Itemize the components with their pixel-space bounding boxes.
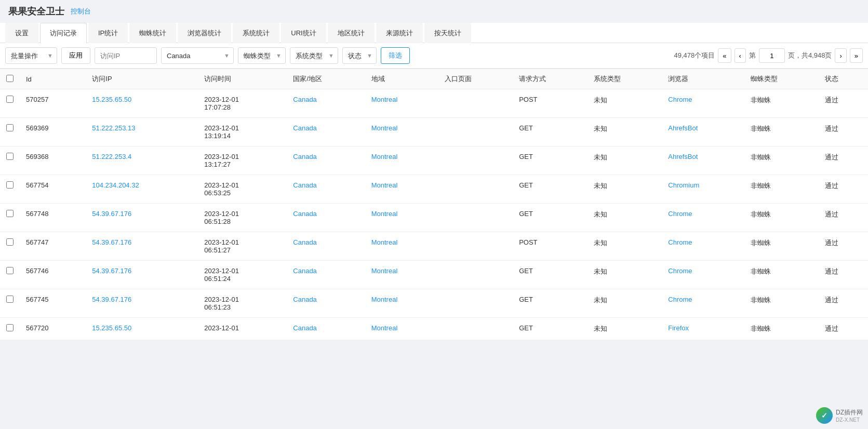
row-request-method: POST bbox=[513, 232, 587, 261]
row-country[interactable]: Canada bbox=[287, 261, 365, 289]
row-checkbox[interactable] bbox=[6, 96, 14, 103]
row-checkbox-cell[interactable] bbox=[0, 289, 20, 318]
row-browser[interactable]: Firefox bbox=[662, 318, 744, 340]
row-checkbox-cell[interactable] bbox=[0, 261, 20, 289]
page-number-input[interactable] bbox=[759, 48, 785, 63]
country-select[interactable]: Canada 全部 China USA bbox=[161, 47, 234, 64]
table-row: 567720 15.235.65.50 2023-12-01 Canada Mo… bbox=[0, 318, 868, 340]
tab-uri-stats[interactable]: URI统计 bbox=[281, 23, 326, 43]
row-visit-time: 2023-12-01 06:51:24 bbox=[198, 261, 287, 289]
row-region[interactable]: Montreal bbox=[365, 261, 438, 289]
row-checkbox[interactable] bbox=[6, 267, 14, 274]
first-page-button[interactable]: « bbox=[718, 48, 731, 63]
row-country[interactable]: Canada bbox=[287, 118, 365, 146]
row-spider-type: 非蜘蛛 bbox=[744, 232, 819, 261]
row-checkbox[interactable] bbox=[6, 296, 14, 303]
row-checkbox-cell[interactable] bbox=[0, 318, 20, 340]
last-page-button[interactable]: » bbox=[850, 48, 863, 63]
row-id: 567746 bbox=[20, 261, 86, 289]
row-checkbox[interactable] bbox=[6, 210, 14, 217]
row-country[interactable]: Canada bbox=[287, 289, 365, 318]
console-link[interactable]: 控制台 bbox=[71, 7, 91, 16]
row-id: 567720 bbox=[20, 318, 86, 340]
row-spider-type: 非蜘蛛 bbox=[744, 89, 819, 118]
table-row: 570257 15.235.65.50 2023-12-01 17:07:28 … bbox=[0, 89, 868, 118]
tab-spider-stats[interactable]: 蜘蛛统计 bbox=[129, 23, 176, 43]
system-type-select[interactable]: 系统类型 Windows Linux Mac 未知 bbox=[290, 47, 338, 64]
tab-settings[interactable]: 设置 bbox=[5, 23, 38, 43]
row-id: 567745 bbox=[20, 289, 86, 318]
batch-operation-wrapper: 批量操作 批量删除 批量通过 批量拦截 ▼ bbox=[5, 47, 57, 64]
tab-system-stats[interactable]: 系统统计 bbox=[233, 23, 279, 43]
row-region[interactable]: Montreal bbox=[365, 89, 438, 118]
row-id: 569368 bbox=[20, 146, 86, 175]
row-checkbox[interactable] bbox=[6, 153, 14, 160]
row-visit-ip[interactable]: 15.235.65.50 bbox=[86, 89, 198, 118]
row-checkbox-cell[interactable] bbox=[0, 175, 20, 204]
row-browser[interactable]: Chrome bbox=[662, 89, 744, 118]
row-browser[interactable]: Chrome bbox=[662, 204, 744, 232]
country-select-wrapper: Canada 全部 China USA ▼ bbox=[161, 47, 234, 64]
row-visit-ip[interactable]: 15.235.65.50 bbox=[86, 318, 198, 340]
row-country[interactable]: Canada bbox=[287, 146, 365, 175]
row-country[interactable]: Canada bbox=[287, 175, 365, 204]
row-checkbox[interactable] bbox=[6, 238, 14, 246]
row-visit-ip[interactable]: 104.234.204.32 bbox=[86, 175, 198, 204]
row-visit-ip[interactable]: 51.222.253.13 bbox=[86, 118, 198, 146]
row-checkbox-cell[interactable] bbox=[0, 232, 20, 261]
col-browser: 浏览器 bbox=[662, 69, 744, 89]
row-browser[interactable]: Chromium bbox=[662, 175, 744, 204]
ip-search-input[interactable] bbox=[95, 47, 157, 64]
row-entry-page bbox=[438, 118, 513, 146]
row-region[interactable]: Montreal bbox=[365, 146, 438, 175]
tab-daily-stats[interactable]: 按天统计 bbox=[424, 23, 471, 43]
row-checkbox-cell[interactable] bbox=[0, 146, 20, 175]
row-region[interactable]: Montreal bbox=[365, 204, 438, 232]
row-checkbox[interactable] bbox=[6, 124, 14, 131]
app-title: 果果安全卫士 bbox=[8, 5, 64, 18]
row-visit-ip[interactable]: 54.39.67.176 bbox=[86, 232, 198, 261]
row-visit-ip[interactable]: 51.222.253.4 bbox=[86, 146, 198, 175]
row-region[interactable]: Montreal bbox=[365, 118, 438, 146]
spider-type-select[interactable]: 蜘蛛类型 百度 谷歌 必应 非蜘蛛 bbox=[238, 47, 286, 64]
row-checkbox[interactable] bbox=[6, 181, 14, 189]
filter-button[interactable]: 筛选 bbox=[381, 47, 410, 64]
row-country[interactable]: Canada bbox=[287, 89, 365, 118]
tab-access-log[interactable]: 访问记录 bbox=[40, 23, 87, 43]
row-checkbox-cell[interactable] bbox=[0, 118, 20, 146]
row-visit-ip[interactable]: 54.39.67.176 bbox=[86, 204, 198, 232]
access-log-table: Id 访问IP 访问时间 国家/地区 地域 入口页面 请求方式 系统类型 浏览器… bbox=[0, 69, 868, 340]
tab-browser-stats[interactable]: 浏览器统计 bbox=[178, 23, 231, 43]
row-visit-ip[interactable]: 54.39.67.176 bbox=[86, 261, 198, 289]
row-browser[interactable]: Chrome bbox=[662, 289, 744, 318]
batch-operation-select[interactable]: 批量操作 批量删除 批量通过 批量拦截 bbox=[5, 47, 57, 64]
row-region[interactable]: Montreal bbox=[365, 318, 438, 340]
row-visit-ip[interactable]: 54.39.67.176 bbox=[86, 289, 198, 318]
row-checkbox[interactable] bbox=[6, 324, 14, 331]
row-checkbox-cell[interactable] bbox=[0, 204, 20, 232]
row-status: 通过 bbox=[819, 289, 868, 318]
row-region[interactable]: Montreal bbox=[365, 289, 438, 318]
row-region[interactable]: Montreal bbox=[365, 175, 438, 204]
select-all-checkbox[interactable] bbox=[6, 75, 14, 82]
tab-region-stats[interactable]: 地区统计 bbox=[328, 23, 375, 43]
row-browser[interactable]: AhrefsBot bbox=[662, 146, 744, 175]
row-country[interactable]: Canada bbox=[287, 204, 365, 232]
tab-ip-stats[interactable]: IP统计 bbox=[88, 23, 128, 43]
tab-source-stats[interactable]: 来源统计 bbox=[376, 23, 423, 43]
row-region[interactable]: Montreal bbox=[365, 232, 438, 261]
select-all-header[interactable] bbox=[0, 69, 20, 89]
row-system-type: 未知 bbox=[587, 146, 662, 175]
row-system-type: 未知 bbox=[587, 89, 662, 118]
status-select[interactable]: 状态 通过 拦截 bbox=[342, 47, 377, 64]
row-browser[interactable]: Chrome bbox=[662, 261, 744, 289]
row-browser[interactable]: AhrefsBot bbox=[662, 118, 744, 146]
row-country[interactable]: Canada bbox=[287, 318, 365, 340]
apply-button[interactable]: 应用 bbox=[61, 47, 90, 64]
next-page-button[interactable]: › bbox=[835, 48, 846, 63]
table-row: 567745 54.39.67.176 2023-12-01 06:51:23 … bbox=[0, 289, 868, 318]
row-browser[interactable]: Chrome bbox=[662, 232, 744, 261]
row-checkbox-cell[interactable] bbox=[0, 89, 20, 118]
prev-page-button[interactable]: ‹ bbox=[735, 48, 746, 63]
row-country[interactable]: Canada bbox=[287, 232, 365, 261]
